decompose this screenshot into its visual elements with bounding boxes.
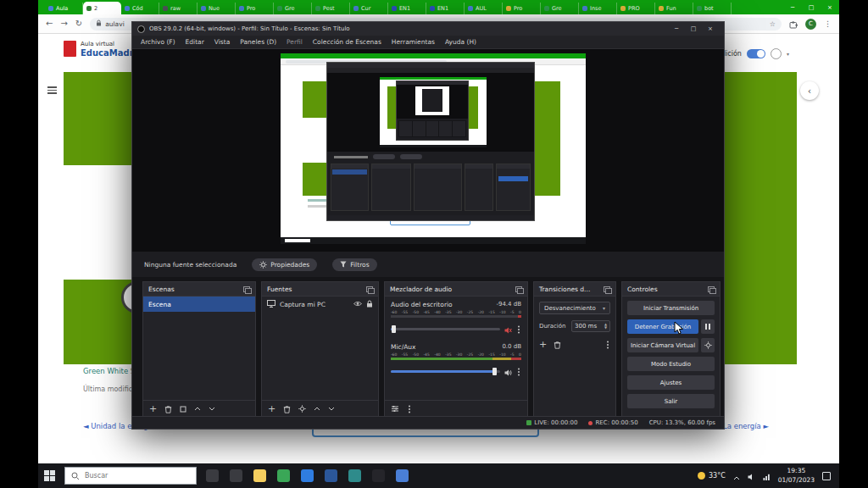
start-virtual-camera-button[interactable]: Iniciar Cámara Virtual [627, 338, 698, 352]
taskbar-app-icon[interactable] [253, 469, 266, 482]
next-unit-link[interactable]: La energía ► [723, 422, 769, 430]
move-source-up-icon[interactable] [314, 407, 320, 411]
profile-avatar[interactable]: C [805, 19, 816, 30]
volume-slider[interactable] [391, 328, 500, 330]
scenes-panel-header[interactable]: Escenas [143, 282, 255, 297]
mute-speaker-icon[interactable] [504, 321, 512, 337]
browser-tab[interactable]: Cur [350, 3, 388, 14]
browser-tab[interactable]: Inse [579, 3, 617, 14]
browser-tab[interactable]: Pest [312, 3, 350, 14]
sources-panel-header[interactable]: Fuentes [262, 282, 378, 297]
obs-menu-item[interactable]: Herramientas [387, 38, 440, 46]
obs-menu-item[interactable]: Editar [181, 38, 209, 46]
spinner-arrows-icon[interactable]: ▲▼ [604, 323, 607, 330]
virtual-camera-settings-icon[interactable] [701, 338, 715, 352]
browser-tab[interactable]: PRO [617, 3, 655, 14]
source-properties-icon[interactable] [298, 405, 306, 413]
dock-icon[interactable] [604, 286, 610, 292]
taskbar-app-icon[interactable] [348, 469, 361, 482]
browser-tab[interactable]: bot [693, 3, 732, 14]
obs-minimize-icon[interactable]: ─ [668, 25, 685, 32]
remove-scene-icon[interactable] [164, 405, 172, 413]
taskbar-app-icon[interactable] [301, 469, 314, 482]
controls-panel-header[interactable]: Controles [622, 282, 720, 297]
obs-menu-item[interactable]: Ayuda (H) [440, 38, 481, 46]
stop-recording-button[interactable]: Detener Grabación [627, 319, 698, 334]
transition-select[interactable]: Desvanecimiento ▾ [539, 302, 610, 314]
open-drawer-button[interactable]: ‹ [800, 81, 819, 100]
taskbar-app-icon[interactable] [206, 469, 219, 482]
speaker-icon[interactable] [504, 363, 512, 380]
forward-icon[interactable]: → [60, 19, 67, 28]
obs-close-icon[interactable]: × [702, 25, 719, 32]
filters-button[interactable]: Filtros [332, 258, 376, 271]
obs-menu-item[interactable]: Archivo (F) [136, 38, 181, 46]
exit-button[interactable]: Salir [627, 394, 715, 408]
mixer-menu-icon[interactable] [409, 408, 410, 410]
obs-menu-item[interactable]: Paneles (D) [235, 38, 281, 46]
taskbar-app-icon[interactable] [372, 469, 385, 482]
back-icon[interactable]: ← [46, 19, 53, 28]
search-input[interactable] [85, 472, 190, 480]
volume-icon[interactable] [748, 468, 755, 484]
bookmark-star-icon[interactable]: ☆ [770, 20, 776, 28]
taskbar-app-icon[interactable] [230, 469, 242, 482]
browser-tab[interactable]: Gre [274, 3, 312, 14]
taskbar-app-icon[interactable] [325, 469, 337, 482]
taskbar-search[interactable] [64, 467, 197, 485]
weather-widget[interactable]: 33°C [698, 472, 726, 480]
browser-tab[interactable]: Gre [541, 3, 579, 14]
browser-tab[interactable]: EN1 [388, 3, 426, 14]
start-button[interactable] [44, 470, 55, 481]
mixer-panel-header[interactable]: Mezclador de audio [385, 282, 527, 297]
visibility-eye-icon[interactable] [353, 301, 362, 308]
move-scene-up-icon[interactable] [194, 407, 201, 411]
obs-menu-item[interactable]: Perfil [281, 38, 308, 46]
add-scene-icon[interactable]: + [149, 404, 157, 413]
transitions-panel-header[interactable]: Transiciones d... [534, 282, 615, 297]
start-streaming-button[interactable]: Iniciar Transmisión [627, 301, 715, 315]
pause-recording-button[interactable] [701, 319, 715, 334]
obs-title-bar[interactable]: OBS 29.0.2 (64-bit, windows) - Perfil: S… [132, 22, 724, 36]
studio-mode-button[interactable]: Modo Estudio [627, 357, 715, 371]
properties-button[interactable]: Propiedades [252, 258, 317, 271]
settings-button[interactable]: Ajustes [627, 375, 715, 390]
browser-tab[interactable]: Nue [198, 3, 236, 14]
dock-icon[interactable] [243, 286, 250, 292]
taskbar-app-icon[interactable] [396, 469, 409, 482]
browser-tab[interactable]: EN1 [426, 3, 465, 14]
obs-menu-item[interactable]: Colección de Escenas [308, 38, 387, 46]
add-transition-icon[interactable]: + [539, 340, 547, 349]
obs-preview-area[interactable] [132, 49, 724, 252]
browser-menu-icon[interactable]: ⋮ [824, 19, 832, 28]
add-source-icon[interactable]: + [268, 404, 275, 413]
extensions-icon[interactable] [789, 16, 798, 32]
remove-source-icon[interactable] [283, 405, 291, 413]
minimize-icon[interactable]: ─ [783, 0, 802, 14]
network-icon[interactable] [763, 468, 771, 484]
browser-tab[interactable]: raw [159, 3, 198, 14]
browser-tab[interactable]: Aula [45, 3, 83, 14]
move-scene-down-icon[interactable] [209, 407, 215, 411]
taskbar-clock[interactable]: 19:35 01/07/2023 [778, 467, 815, 484]
channel-menu-icon[interactable] [518, 329, 520, 330]
dock-icon[interactable] [708, 286, 715, 292]
browser-tab[interactable]: Pro [236, 3, 274, 14]
source-item[interactable]: Captura mi PC [262, 297, 378, 312]
obs-menu-item[interactable]: Vista [209, 38, 236, 46]
advanced-audio-icon[interactable] [391, 405, 399, 413]
channel-menu-icon[interactable] [518, 371, 520, 373]
browser-tab[interactable]: Fun [655, 3, 693, 14]
remove-transition-icon[interactable] [554, 341, 561, 349]
lock-source-icon[interactable] [366, 300, 373, 309]
transition-menu-icon[interactable] [607, 344, 609, 346]
browser-tab[interactable]: Pro [503, 3, 541, 14]
volume-slider[interactable] [391, 370, 500, 373]
reload-icon[interactable]: ↻ [75, 19, 82, 28]
duration-spinner[interactable]: 300 ms ▲▼ [571, 320, 610, 332]
dock-icon[interactable] [515, 286, 522, 292]
close-icon[interactable]: × [821, 0, 839, 14]
course-index-icon[interactable] [47, 85, 58, 96]
taskbar-app-icon[interactable] [277, 469, 290, 482]
scene-item[interactable]: Escena [143, 297, 255, 312]
